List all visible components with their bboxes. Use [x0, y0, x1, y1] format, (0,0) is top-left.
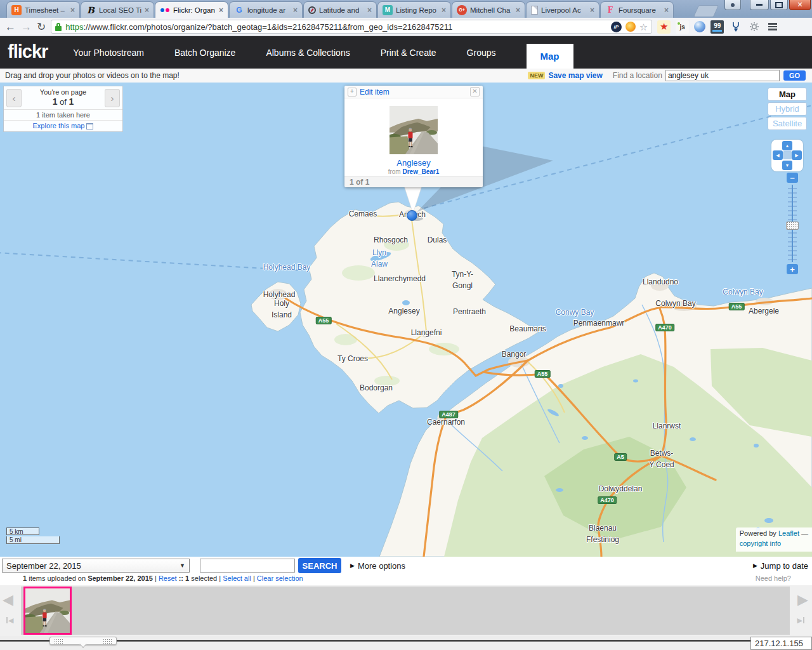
photo-map-marker[interactable]	[407, 210, 417, 221]
sun-extension-icon[interactable]	[625, 22, 636, 32]
tab-title: Latitude and	[319, 6, 364, 14]
zoom-in-button[interactable]: +	[787, 264, 798, 274]
tab-close-icon[interactable]: ×	[145, 6, 149, 15]
popup-photo[interactable]	[390, 106, 438, 154]
map-place-label: Llanerchymedd	[374, 272, 426, 284]
pan-up-button[interactable]: ▲	[782, 141, 792, 150]
bookmark-star-icon[interactable]: ☆	[639, 22, 648, 32]
badge-99-extension-icon[interactable]: 99	[710, 20, 724, 34]
strip-first-icon[interactable]: ◀	[6, 617, 13, 624]
plus-icon[interactable]: +	[348, 88, 357, 96]
tab-close-icon[interactable]: ×	[516, 6, 520, 15]
flickr-logo[interactable]: flickr	[8, 41, 48, 69]
profile-button[interactable]	[724, 0, 741, 10]
browser-toolbar: ← → ↻ https://www.flickr.com/photos/orga…	[0, 18, 812, 36]
map-type-button[interactable]: Hybrid	[768, 102, 807, 116]
explore-map-link[interactable]: Explore this map	[4, 120, 122, 131]
star-extension-icon[interactable]: ★	[657, 20, 671, 34]
save-map-view-link[interactable]: Save map view	[548, 71, 602, 80]
tab-close-icon[interactable]: ×	[219, 6, 223, 15]
flickr-nav-item[interactable]: Print & Create	[381, 36, 436, 69]
pager-prev-button[interactable]: ‹	[6, 89, 22, 107]
photo-title-link[interactable]: Anglesey	[344, 158, 483, 168]
close-window-button[interactable]: ✕	[789, 0, 811, 10]
forward-icon: →	[21, 22, 32, 32]
flickr-nav-item[interactable]: Groups	[467, 36, 496, 69]
address-bar[interactable]: https://www.flickr.com/photos/organize/?…	[51, 20, 652, 34]
strip-last-icon[interactable]: ▶	[797, 617, 804, 624]
flickr-nav-item[interactable]: Map	[527, 44, 573, 69]
jump-to-date-link[interactable]: ▶ Jump to date	[753, 561, 808, 571]
zoom-slider-handle[interactable]	[786, 222, 799, 230]
tab-close-icon[interactable]: ×	[442, 6, 446, 15]
fork-extension-icon[interactable]	[729, 20, 742, 34]
tab-close-icon[interactable]: ×	[664, 6, 669, 15]
clear-selection-link[interactable]: Clear selection	[257, 574, 303, 582]
browser-tab[interactable]: Latitude and ×	[303, 1, 377, 18]
js-extension-icon[interactable]: js	[676, 20, 689, 34]
zoom-slider-track[interactable]	[788, 185, 797, 262]
tab-favicon	[605, 5, 615, 15]
owner-link[interactable]: Drew_Bear1	[402, 168, 439, 175]
maximize-button[interactable]	[770, 0, 788, 10]
browser-tab[interactable]: Timesheet – ×	[6, 1, 80, 18]
film-strip-track[interactable]	[21, 587, 790, 635]
pan-center[interactable]	[783, 151, 792, 159]
flickr-nav-item[interactable]: Albums & Collections	[266, 36, 350, 69]
map-type-button[interactable]: Map	[768, 88, 807, 101]
film-strip: ◀ ◀ ▶ ▶	[0, 585, 812, 636]
tab-close-icon[interactable]: ×	[293, 6, 298, 15]
more-options-link[interactable]: ▶ More options	[350, 561, 405, 571]
flickr-nav: Your Photostream Batch Organize Albums &…	[73, 36, 573, 69]
browser-tab[interactable]: Listing Repo ×	[377, 1, 451, 18]
pan-left-button[interactable]: ◀	[773, 150, 783, 160]
strip-next-icon[interactable]: ▶	[797, 593, 808, 607]
date-select[interactable]: September 22, 2015 ▼	[2, 559, 190, 573]
need-help-link[interactable]: Need help?	[756, 574, 791, 582]
map-zoom-control: − +	[786, 173, 799, 274]
go-button[interactable]: GO	[783, 70, 806, 81]
globe-extension-icon[interactable]	[694, 21, 705, 32]
map-attribution: Powered by Leaflet — copyright info	[736, 527, 812, 552]
edit-item-link[interactable]: Edit item	[360, 88, 467, 96]
chrome-menu-icon[interactable]	[766, 20, 779, 34]
map-type-button[interactable]: Satellite	[768, 117, 807, 130]
popup-close-icon[interactable]: ✕	[470, 87, 480, 96]
map-viewport[interactable]: Cemaes Amlwch Rhosgoch Dulas Llyn Alaw H…	[0, 83, 812, 557]
tab-close-icon[interactable]: ×	[590, 6, 594, 15]
slider-handle[interactable]	[49, 637, 117, 645]
location-input[interactable]: anglesey uk	[665, 70, 780, 81]
back-icon[interactable]: ←	[5, 22, 16, 32]
flickr-nav-item[interactable]: Batch Organize	[174, 36, 236, 69]
browser-tab[interactable]: Mitchell Cha ×	[452, 1, 525, 18]
minimize-button[interactable]	[750, 0, 769, 10]
strip-prev-icon[interactable]: ◀	[3, 593, 13, 607]
browser-tab[interactable]: longitude ar ×	[229, 1, 303, 18]
slider-track[interactable]	[0, 640, 812, 642]
browser-tab[interactable]: Foursquare ×	[600, 1, 674, 18]
tab-close-icon[interactable]: ×	[70, 6, 75, 15]
flickr-nav-item[interactable]: Your Photostream	[73, 36, 144, 69]
gear-icon[interactable]	[747, 20, 761, 34]
ip-extension-icon[interactable]: iP	[611, 22, 622, 32]
search-button[interactable]: SEARCH	[298, 558, 341, 573]
map-place-label: Bangor	[502, 348, 527, 359]
search-input[interactable]	[200, 559, 295, 573]
copyright-link[interactable]: copyright info	[740, 540, 781, 547]
pager-next-button[interactable]: ›	[105, 89, 120, 107]
url-text[interactable]: https://www.flickr.com/photos/organize/?…	[65, 22, 607, 32]
tab-close-icon[interactable]: ×	[367, 6, 372, 15]
browser-tab[interactable]: Local SEO Ti ×	[81, 1, 154, 18]
road-badge: A487	[439, 411, 458, 418]
zoom-out-button[interactable]: −	[787, 173, 798, 183]
browser-tab-strip: Timesheet – × Local SEO Ti × Flickr: Org…	[0, 0, 812, 18]
select-all-link[interactable]: Select all	[223, 574, 251, 582]
pan-down-button[interactable]: ▼	[782, 161, 792, 170]
selected-photo-thumbnail[interactable]	[23, 587, 72, 635]
browser-tab[interactable]: Flickr: Organ ×	[155, 1, 228, 18]
leaflet-link[interactable]: Leaflet	[778, 529, 799, 537]
reload-icon[interactable]: ↻	[37, 22, 46, 32]
reset-link[interactable]: Reset	[159, 574, 177, 582]
browser-tab[interactable]: Liverpool Ac ×	[526, 1, 599, 18]
pan-right-button[interactable]: ▶	[792, 150, 802, 160]
